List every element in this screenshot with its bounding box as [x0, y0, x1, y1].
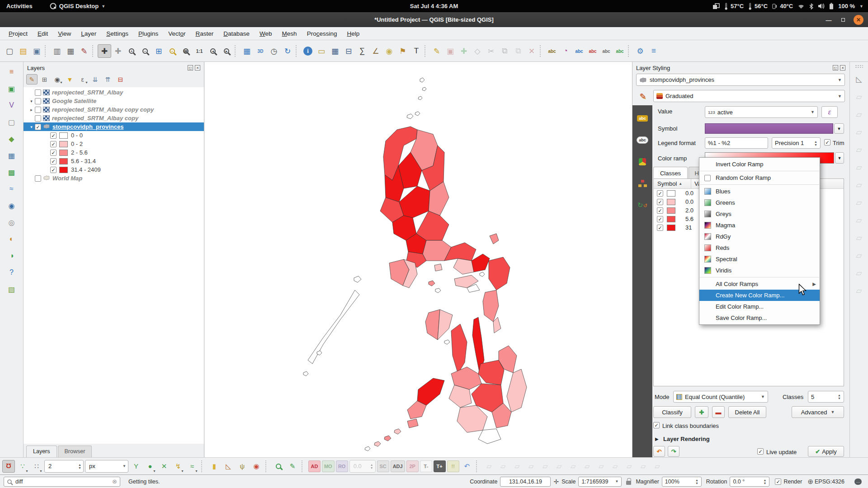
- symbol-dropdown-button[interactable]: ▼: [834, 123, 844, 134]
- select-features-button[interactable]: ▭: [315, 44, 328, 58]
- new-virtual-layer-button[interactable]: ▢: [5, 115, 19, 129]
- zoom-to-layer-button[interactable]: ▤: [179, 44, 193, 58]
- magnifier-spinner[interactable]: 100%▲▼: [662, 477, 702, 487]
- text-annotation-button[interactable]: T: [410, 44, 423, 58]
- add-postgis-layer-button[interactable]: ◉: [5, 199, 19, 212]
- layout-manager-button[interactable]: ▦: [64, 44, 77, 58]
- new-shapefile-layer-button[interactable]: V: [5, 99, 19, 112]
- crs-indicator[interactable]: EPSG:4326: [815, 479, 844, 485]
- tracing-button[interactable]: ≈▼: [186, 460, 198, 473]
- layer-diagram-button[interactable]: ◔: [559, 44, 572, 58]
- menu-item-ramp-rdgy[interactable]: RdGy: [699, 231, 820, 242]
- labels-tab-icon[interactable]: abc: [635, 112, 650, 125]
- add-vector-layer-button[interactable]: ◆: [5, 132, 19, 145]
- refresh-map-button[interactable]: ↻: [281, 44, 294, 58]
- layer-item-2-5-6[interactable]: ✓2 - 5.6: [24, 148, 204, 157]
- temporal-controller-button[interactable]: ◷: [267, 44, 281, 58]
- open-layer-styling-button[interactable]: ✎: [26, 74, 38, 84]
- layer-visibility-checkbox[interactable]: ✓: [50, 167, 57, 173]
- zoom-native-button[interactable]: 1:1: [193, 44, 206, 58]
- layer-item-0-2[interactable]: ✓0 - 2: [24, 140, 204, 148]
- menu-item-ramp-viridis[interactable]: Viridis: [699, 265, 820, 276]
- system-tray[interactable]: 57°C 56°C 40°C 100 % ▼: [712, 0, 863, 12]
- filter-by-expression-button[interactable]: ε▼: [77, 74, 88, 84]
- symbol-preview[interactable]: [705, 123, 833, 134]
- close-panel-icon[interactable]: ✕: [195, 65, 200, 70]
- class-enabled-checkbox[interactable]: ✓: [657, 225, 663, 231]
- cad-badge-ad[interactable]: AD: [308, 460, 321, 472]
- cad-parallel-button[interactable]: ψ: [236, 460, 249, 473]
- float-panel-icon[interactable]: ◱: [188, 65, 193, 70]
- layer-item-reprojected-srtm-albay-copy[interactable]: reprojected_SRTM_Albay copy: [24, 114, 204, 122]
- random-ramp-checkbox[interactable]: [704, 175, 711, 181]
- class-symbol-swatch[interactable]: [667, 190, 675, 197]
- menu-item-ramp-spectral[interactable]: Spectral: [699, 253, 820, 265]
- remove-layer-button[interactable]: ⊟: [115, 74, 126, 84]
- add-class-button[interactable]: ✚: [695, 406, 708, 418]
- coordinate-input[interactable]: 131.04,16.19: [500, 477, 551, 487]
- layer-item-reprojected-srtm-albay-copy-copy[interactable]: ▸reprojected_SRTM_Albay copy copy: [24, 105, 204, 114]
- add-wms-layer-button[interactable]: ◐: [5, 232, 19, 246]
- manage-map-themes-button[interactable]: ◉▼: [52, 74, 63, 84]
- menu-plugins[interactable]: Plugins: [133, 28, 163, 39]
- class-symbol-swatch[interactable]: [667, 216, 675, 222]
- menu-project[interactable]: Project: [4, 28, 33, 39]
- data-source-manager-button[interactable]: ≡: [5, 65, 19, 79]
- menu-item-edit-color-ramp[interactable]: Edit Color Ramp...: [699, 301, 820, 312]
- layer-visibility-checkbox[interactable]: ✓: [50, 150, 57, 156]
- add-group-button[interactable]: ⊞: [39, 74, 50, 84]
- zoom-out-button[interactable]: −: [138, 44, 152, 58]
- 3d-view-tab-icon[interactable]: [635, 155, 650, 169]
- scale-combo[interactable]: 1:7165939▼: [578, 477, 622, 487]
- zoom-to-selection-button[interactable]: ▪: [165, 44, 179, 58]
- layer-visibility-checkbox[interactable]: [35, 98, 41, 104]
- undo-style-button[interactable]: ↶: [653, 446, 665, 457]
- layer-item-world-map[interactable]: World Map: [24, 174, 204, 183]
- minimize-button[interactable]: —: [825, 16, 833, 24]
- cad-badge-t[interactable]: T+: [434, 460, 446, 472]
- maximize-button[interactable]: [839, 16, 847, 24]
- menu-item-ramp-greens[interactable]: Greens: [699, 197, 820, 208]
- renderer-selector[interactable]: Graduated ▼: [653, 90, 845, 102]
- menu-item-ramp-reds[interactable]: Reds: [699, 242, 820, 253]
- cad-badge-t[interactable]: T-: [420, 460, 432, 472]
- snapping-intersection-button[interactable]: ✕: [158, 460, 170, 473]
- pan-map-button[interactable]: ✚: [98, 44, 111, 58]
- add-spatialite-layer-button[interactable]: ◎: [5, 216, 19, 229]
- class-symbol-swatch[interactable]: [667, 207, 675, 214]
- activities-button[interactable]: Activities: [0, 3, 33, 9]
- diagrams-tab-icon[interactable]: [635, 177, 650, 190]
- clock[interactable]: Sat Jul 4 4:36 AM: [410, 0, 458, 12]
- cad-badge-mo[interactable]: MO: [322, 460, 335, 472]
- menu-item-invert-color-ramp[interactable]: Invert Color Ramp: [699, 159, 820, 170]
- layer-visibility-checkbox[interactable]: [35, 89, 41, 96]
- add-wfs-layer-button[interactable]: ◑: [5, 249, 19, 263]
- topological-editing-button[interactable]: Y: [130, 460, 142, 473]
- manage-plugins-button[interactable]: ▧: [5, 282, 19, 296]
- expander-icon[interactable]: ▾: [28, 125, 35, 129]
- self-snapping-button[interactable]: ↯▼: [172, 460, 184, 473]
- new-spatial-bookmark-button[interactable]: ⚑: [396, 44, 410, 58]
- new-3d-map-view-button[interactable]: 3D: [254, 44, 267, 58]
- classify-button[interactable]: Classify: [653, 406, 691, 418]
- layer-visibility-checkbox[interactable]: [35, 107, 41, 113]
- menu-item-ramp-greys[interactable]: Greys: [699, 208, 820, 220]
- python-console-button[interactable]: ≡: [647, 44, 660, 58]
- render-checkbox[interactable]: ✓: [775, 479, 781, 485]
- spinner-arrows-icon[interactable]: ▲▼: [693, 479, 698, 485]
- expression-button[interactable]: ε: [821, 106, 838, 118]
- class-enabled-checkbox[interactable]: ✓: [657, 190, 663, 197]
- menu-processing[interactable]: Processing: [302, 28, 342, 39]
- class-symbol-swatch[interactable]: [667, 199, 675, 205]
- open-attribute-table-button[interactable]: ▦: [328, 44, 342, 58]
- layer-item-5-6-31-4[interactable]: ✓5.6 - 31.4: [24, 157, 204, 165]
- panel-tab-layers[interactable]: Layers: [26, 446, 57, 457]
- menu-view[interactable]: View: [53, 28, 76, 39]
- precision-spinner[interactable]: Precision 1 ▲▼: [772, 137, 821, 149]
- lock-scale-icon[interactable]: [626, 481, 631, 485]
- cad-undo-button[interactable]: ↶: [461, 460, 473, 473]
- statistical-summary-button[interactable]: ∑: [355, 44, 369, 58]
- cad-construction-button[interactable]: ◺: [222, 460, 235, 473]
- new-project-button[interactable]: ▢: [3, 44, 16, 58]
- expander-icon[interactable]: ▾: [28, 99, 35, 103]
